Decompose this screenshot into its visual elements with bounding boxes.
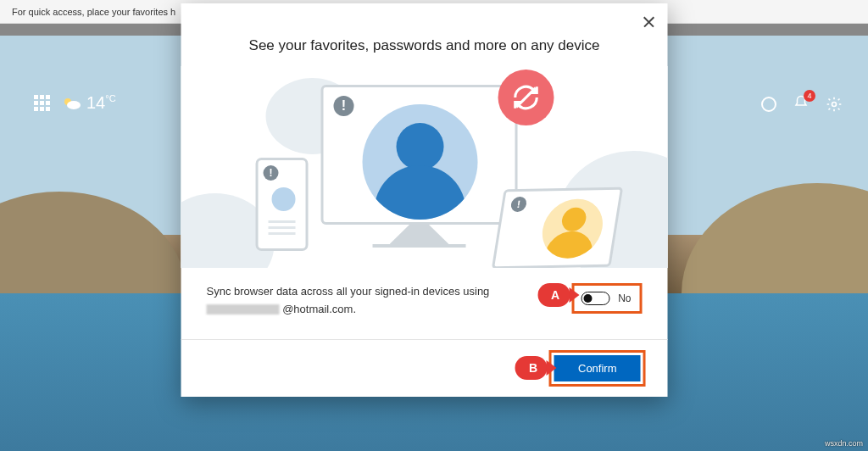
sync-option-row: Sync browser data across all your signed… xyxy=(181,268,668,339)
weather-widget[interactable]: 14°C xyxy=(63,93,116,113)
decor-mountain xyxy=(682,183,868,293)
toggle-label: No xyxy=(618,292,631,304)
illustration: ! ! ! xyxy=(181,66,668,268)
temperature-value: 14°C xyxy=(86,93,116,113)
close-icon[interactable] xyxy=(643,15,656,29)
sync-toggle-highlight: No xyxy=(571,283,642,314)
svg-point-2 xyxy=(832,103,837,107)
dialog-title: See your favorites, passwords and more o… xyxy=(181,3,668,66)
weather-icon xyxy=(63,96,81,111)
confirm-button[interactable]: Confirm xyxy=(554,355,641,381)
sync-description: Sync browser data across all your signed… xyxy=(207,283,531,319)
alert-icon: ! xyxy=(264,165,279,181)
notification-badge: 4 xyxy=(804,90,815,102)
sync-dialog: See your favorites, passwords and more o… xyxy=(181,3,668,397)
annotation-a: A xyxy=(537,283,570,307)
no-sync-icon xyxy=(498,70,554,125)
svg-point-1 xyxy=(67,101,81,109)
redacted-email xyxy=(207,304,280,315)
dialog-footer: B Confirm xyxy=(181,339,668,397)
confirm-highlight: Confirm xyxy=(549,350,646,387)
alert-icon: ! xyxy=(334,96,354,116)
profile-icon[interactable] xyxy=(761,97,776,112)
notifications-button[interactable]: 4 xyxy=(793,95,809,114)
alert-icon: ! xyxy=(510,197,528,212)
illustration-monitor: ! xyxy=(321,85,518,225)
svg-line-3 xyxy=(516,88,536,108)
decor-mountain xyxy=(0,192,186,293)
annotation-b: B xyxy=(515,356,548,380)
favorites-hint-text: For quick access, place your favorites h xyxy=(12,7,175,17)
sync-toggle[interactable] xyxy=(581,292,609,305)
gear-icon[interactable] xyxy=(826,96,843,113)
watermark: wsxdn.com xyxy=(825,439,863,448)
header-left: 14°C xyxy=(34,93,116,113)
illustration-phone: ! xyxy=(256,158,309,251)
avatar-icon xyxy=(363,104,478,220)
avatar-icon xyxy=(538,198,607,259)
header-right: 4 xyxy=(761,95,843,114)
illustration-tablet: ! xyxy=(498,188,617,268)
apps-grid-icon[interactable] xyxy=(34,95,51,112)
